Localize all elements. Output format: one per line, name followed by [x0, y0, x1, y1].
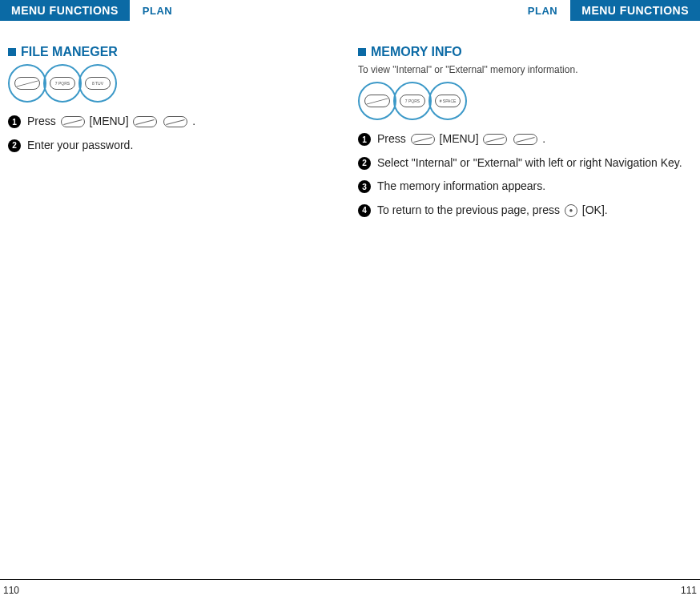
- key-icon: # SPACE: [435, 95, 461, 107]
- menu-functions-label: MENU FUNCTIONS: [570, 0, 700, 21]
- footer-divider: [350, 579, 700, 580]
- key-icon: [61, 116, 85, 127]
- key-icon: [364, 95, 390, 107]
- list-item: 2 Select "Internal" or "External" with l…: [358, 155, 692, 171]
- step-bullet-icon: 3: [358, 180, 371, 193]
- list-item: 1 Press [MENU] .: [358, 131, 692, 147]
- section-title-file-manager: FILE MANEGER: [21, 45, 118, 59]
- page-number-left: 110: [3, 585, 19, 596]
- header-right: PLAN MENU FUNCTIONS: [350, 0, 700, 21]
- step-text: Enter your password.: [27, 138, 331, 154]
- step-bullet-icon: 2: [8, 139, 21, 152]
- key-circle-3: 8 TUV: [78, 64, 117, 103]
- key-circle-3: # SPACE: [428, 82, 467, 120]
- step-text: To return to the previous page, press ● …: [377, 203, 692, 219]
- list-item: 1 Press [MENU] .: [8, 114, 331, 130]
- key-icon: [483, 134, 507, 145]
- square-marker-icon: [8, 48, 16, 56]
- key-icon: [133, 116, 157, 127]
- key-circle-1: [358, 82, 396, 120]
- key-circle-row: 7 PQRS 8 TUV: [8, 64, 331, 103]
- list-item: 2 Enter your password.: [8, 138, 331, 154]
- list-item: 4 To return to the previous page, press …: [358, 203, 692, 219]
- step-text: Press [MENU] .: [27, 114, 331, 130]
- key-icon: [411, 134, 435, 145]
- key-circle-2: 7 PQRS: [393, 82, 432, 120]
- section-title-memory-info: MEMORY INFO: [371, 45, 462, 59]
- plan-label-left: PLAN: [143, 5, 172, 17]
- step-text: Select "Internal" or "External" with lef…: [377, 155, 692, 171]
- nav-key-icon: ●: [565, 204, 577, 217]
- key-icon: 8 TUV: [85, 77, 111, 90]
- section-subtitle: To view "Internal" or "External" memory …: [358, 64, 692, 75]
- section-title-row: MEMORY INFO: [358, 45, 692, 59]
- key-icon: [163, 116, 187, 127]
- key-icon: 7 PQRS: [400, 95, 425, 107]
- page-number-right: 111: [681, 585, 697, 596]
- list-item: 3 The memory information appears.: [358, 179, 692, 195]
- footer-divider: [0, 579, 350, 580]
- step-bullet-icon: 2: [358, 157, 371, 170]
- step-bullet-icon: 4: [358, 204, 371, 217]
- step-text: Press [MENU] .: [377, 131, 692, 147]
- plan-label-right: PLAN: [528, 5, 557, 17]
- key-icon: [14, 77, 40, 90]
- key-circle-row: 7 PQRS # SPACE: [358, 82, 692, 120]
- key-circle-2: 7 PQRS: [43, 64, 82, 103]
- key-icon: 7 PQRS: [50, 77, 75, 90]
- key-icon: [513, 134, 537, 145]
- menu-functions-label: MENU FUNCTIONS: [0, 0, 130, 21]
- header-left: MENU FUNCTIONS PLAN: [0, 0, 350, 21]
- step-text: The memory information appears.: [377, 179, 692, 195]
- step-bullet-icon: 1: [8, 115, 21, 128]
- step-bullet-icon: 1: [358, 133, 371, 146]
- section-title-row: FILE MANEGER: [8, 45, 331, 59]
- square-marker-icon: [358, 48, 366, 56]
- key-circle-1: [8, 64, 46, 103]
